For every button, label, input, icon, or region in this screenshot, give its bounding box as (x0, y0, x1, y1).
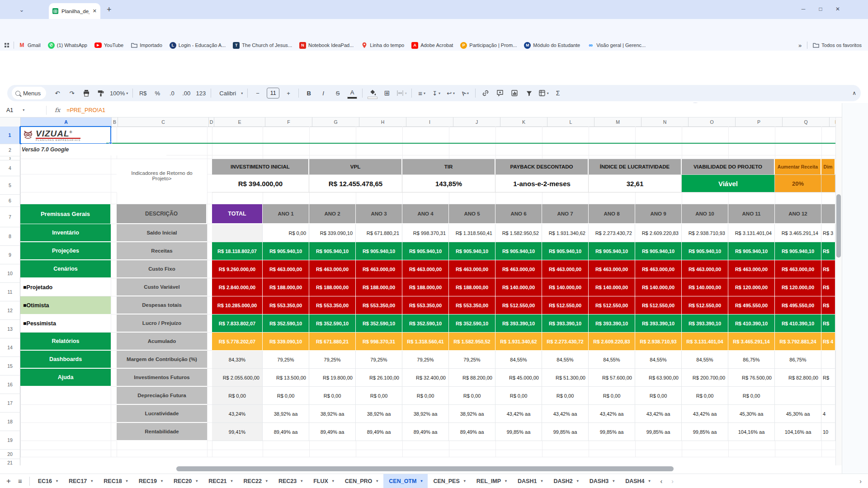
cell-value[interactable]: R$ 2.938.710,93 (682, 224, 728, 242)
cell-value[interactable]: 99,85% aa (682, 423, 728, 441)
cell-value[interactable]: R$ 88.200,00 (449, 369, 495, 387)
cell-value[interactable]: R$ 51.300,00 (542, 369, 589, 387)
sheet-tab-dash3[interactable]: DASH3▾ (584, 474, 620, 488)
functions-button[interactable]: Σ (551, 87, 565, 99)
bookmark-vis-o-geral-gerenc-[interactable]: ∞Visão geral | Gerenc... (587, 42, 646, 49)
cell-value[interactable]: 43,42% aa (635, 405, 682, 423)
cell-value[interactable]: R$ 512.550,00 (682, 296, 728, 314)
cell-value[interactable]: R$ 1.931.340,62 (495, 333, 542, 351)
bookmark-gmail[interactable]: MGmail (19, 42, 41, 49)
vertical-scrollbar-thumb[interactable] (836, 194, 841, 258)
cell-value[interactable]: R$ 393.390,10 (635, 314, 682, 333)
cell-value[interactable]: R$ 512.550,00 (635, 296, 682, 314)
row-header-15[interactable]: 15 (0, 357, 20, 375)
column-header-I[interactable]: I (406, 117, 453, 127)
tabs-scroll-left-icon[interactable]: ‹ (660, 478, 663, 485)
undo-button[interactable]: ↶ (51, 87, 64, 99)
cell-value[interactable]: 89,49% aa (356, 423, 402, 441)
cell-value[interactable]: R$ 0,00 (682, 387, 728, 405)
cell-value[interactable]: R$ 0,00 (542, 387, 589, 405)
cell-value[interactable]: R$ 905.940,10 (635, 242, 682, 260)
row-header-8[interactable]: 8 (0, 227, 20, 246)
new-tab-button[interactable]: + (107, 5, 112, 14)
cell-value[interactable]: R$ 1.582.950,52 (449, 333, 495, 351)
row-header-10[interactable]: 10 (0, 264, 20, 283)
row-header-16[interactable]: 16 (0, 375, 20, 394)
font-family-select-button[interactable]: Calibri▾ (214, 87, 244, 99)
cell-value[interactable]: R$ 0,00 (449, 387, 495, 405)
cell-value[interactable]: 79,25% (356, 351, 402, 369)
cell-value[interactable]: R$ 463.000,00 (309, 260, 356, 278)
cell-value[interactable]: R$ 140.000,00 (682, 278, 728, 296)
cell-value[interactable]: R$ 463.000,00 (589, 260, 635, 278)
cell-value[interactable]: R$ 463.000,00 (263, 260, 309, 278)
cell-value[interactable]: 89,49% aa (402, 423, 449, 441)
vertical-align-button[interactable]: ↧▾ (429, 87, 443, 99)
cell-value[interactable]: R$ 905.940,10 (449, 242, 495, 260)
cell-value[interactable]: R$ 463.000,00 (356, 260, 402, 278)
row-header-17[interactable]: 17 (0, 394, 20, 413)
cell-value[interactable]: R$ 339.090,10 (309, 224, 356, 242)
cell-value[interactable]: R$ 463.000,00 (775, 260, 821, 278)
chevron-down-icon[interactable]: ▾ (231, 479, 233, 483)
cell-value[interactable]: R$ 76.500,00 (728, 369, 775, 387)
font-size-input-button[interactable]: 11 (265, 87, 281, 99)
chevron-down-icon[interactable]: ▾ (613, 479, 614, 483)
chevron-down-icon[interactable]: ▾ (332, 479, 334, 483)
cell-value[interactable]: R$ 188.000,00 (402, 278, 449, 296)
cell-value[interactable]: R$ 188.000,00 (449, 278, 495, 296)
cell-value[interactable]: R$ 905.940,10 (682, 242, 728, 260)
bookmark-linha-do-tempo[interactable]: Linha do tempo (361, 42, 404, 49)
column-header-K[interactable]: K (500, 117, 547, 127)
cell-value[interactable]: R$ 495.550,00 (775, 296, 821, 314)
cell-value[interactable]: R$ 410.390,10 (775, 314, 821, 333)
cell-value[interactable]: R$ 26.100,00 (356, 369, 402, 387)
sidebar-item-proje-es[interactable]: Projeções (20, 242, 111, 260)
chevron-down-icon[interactable]: ▾ (266, 479, 268, 483)
select-all-corner[interactable] (0, 117, 21, 127)
cell-value[interactable]: R$ 19.800,00 (309, 369, 356, 387)
cell-value[interactable]: R$ 495.550,00 (728, 296, 775, 314)
cell-value[interactable]: R$ 393.390,10 (495, 314, 542, 333)
cell-value[interactable]: R$ 10.285.000,00 (212, 296, 263, 314)
window-maximize-button[interactable]: □ (814, 4, 827, 14)
cell-value[interactable]: R$ 57.600,00 (589, 369, 635, 387)
cell-value[interactable]: 38,92% aa (356, 405, 402, 423)
sheet-tab-rec19[interactable]: REC19▾ (133, 474, 168, 488)
cell-value[interactable]: R$ 1.318.560,41 (449, 224, 495, 242)
cell-value[interactable]: R$ 671.880,21 (356, 224, 402, 242)
sidebar-item-relat-rios[interactable]: Relatórios (20, 333, 111, 351)
cell-value[interactable]: R$ 463.000,00 (635, 260, 682, 278)
sidebar-item-otimista[interactable]: ■Otimista (20, 296, 111, 314)
cell-value[interactable]: 38,92% aa (449, 405, 495, 423)
row-header-18[interactable]: 18 (0, 413, 20, 431)
cell-value-partial[interactable] (821, 351, 835, 369)
tab-close-icon[interactable]: ✕ (93, 8, 97, 14)
cell-value[interactable]: R$ 352.590,10 (356, 314, 402, 333)
cell-value[interactable]: R$ 0,00 (402, 387, 449, 405)
cell-value[interactable]: R$ 1.318.560,41 (402, 333, 449, 351)
cell-value[interactable]: R$ 120.000,00 (728, 278, 775, 296)
row-header-13[interactable]: 13 (0, 320, 20, 338)
row-header-12[interactable]: 12 (0, 301, 20, 320)
insert-chart-button[interactable] (508, 87, 521, 99)
sheet-tab-rel_imp[interactable]: REL_IMP▾ (471, 474, 512, 488)
row-header-21[interactable]: 21 (0, 459, 20, 465)
cell-value[interactable]: R$ 0,00 (495, 387, 542, 405)
bookmark-youtube[interactable]: ▶YouTube (94, 42, 123, 48)
row-header-3[interactable]: 3 (0, 156, 20, 160)
cell-value[interactable]: R$ 393.390,10 (682, 314, 728, 333)
row-header-6[interactable]: 6 (0, 195, 20, 207)
column-header-J[interactable]: J (453, 117, 500, 127)
cell-value[interactable]: R$ 553.350,00 (309, 296, 356, 314)
row-header-11[interactable]: 11 (0, 283, 20, 301)
cell-value[interactable]: 89,49% aa (449, 423, 495, 441)
column-header-P[interactable]: P (736, 117, 783, 127)
cell-value-partial[interactable]: R$ (821, 278, 835, 296)
cell-value[interactable]: R$ 140.000,00 (542, 278, 589, 296)
chevron-down-icon[interactable]: ▾ (420, 479, 422, 483)
column-header-R[interactable]: R (830, 117, 835, 127)
horizontal-align-button[interactable]: ≡▾ (415, 87, 429, 99)
row-header-19[interactable]: 19 (0, 431, 20, 450)
cell-value[interactable]: R$ 0,00 (263, 387, 309, 405)
